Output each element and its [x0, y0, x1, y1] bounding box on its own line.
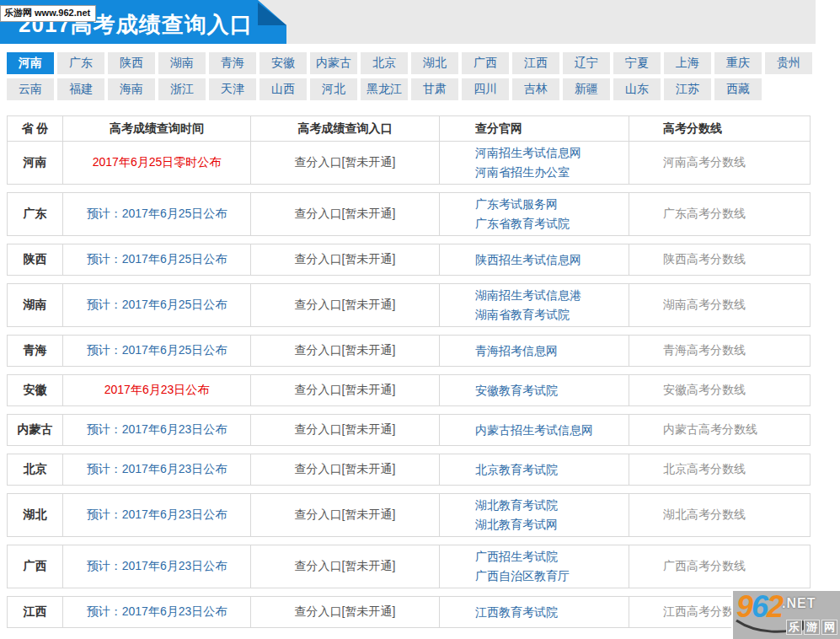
province-tab[interactable]: 江苏: [664, 78, 711, 100]
query-entry-text: 查分入口[暂未开通]: [250, 545, 439, 588]
official-site-link[interactable]: 安徽教育考试院: [475, 381, 558, 400]
province-tab[interactable]: 浙江: [158, 78, 206, 100]
query-time-text: 预计：2017年6月23日公布: [62, 415, 250, 445]
province-label: 江西: [8, 597, 62, 627]
score-line-text: 河南高考分数线: [629, 142, 810, 184]
query-time-text: 预计：2017年6月23日公布: [62, 597, 250, 627]
official-site-link[interactable]: 湖南省教育考试院: [475, 305, 570, 325]
column-header: 高考分数线: [629, 116, 810, 141]
province-tab[interactable]: 吉林: [512, 78, 559, 100]
column-header: 省 份: [8, 116, 62, 141]
province-tab[interactable]: 山东: [613, 78, 661, 100]
official-site-link[interactable]: 湖北教育考试网: [475, 515, 558, 534]
province-tab[interactable]: 山西: [259, 78, 307, 100]
official-site-link[interactable]: 青海招考信息网: [475, 341, 558, 361]
province-tab[interactable]: 云南: [7, 78, 54, 100]
official-site-link[interactable]: 广东考试服务网: [475, 195, 558, 214]
official-site-links: 广西招生考试院广西自治区教育厅: [439, 545, 629, 588]
province-tab[interactable]: 海南: [108, 78, 155, 100]
province-tab[interactable]: 江西: [512, 52, 559, 74]
table-row: 江西预计：2017年6月23日公布查分入口[暂未开通]江西教育考试院江西高考分数…: [7, 596, 811, 628]
official-site-links: 北京教育考试院: [439, 454, 629, 485]
province-tab[interactable]: 新疆: [563, 78, 610, 100]
official-site-link[interactable]: 广东省教育考试院: [475, 214, 570, 234]
province-tab[interactable]: 贵州: [765, 52, 812, 74]
query-entry-text: 查分入口[暂未开通]: [250, 284, 439, 326]
query-entry-text: 查分入口[暂未开通]: [250, 375, 439, 405]
official-site-links: 河南招生考试信息网河南省招生办公室: [439, 142, 629, 184]
table-row: 广东预计：2017年6月25日公布查分入口[暂未开通]广东考试服务网广东省教育考…: [7, 192, 811, 236]
official-site-link[interactable]: 广西招生考试院: [475, 547, 558, 567]
table-row: 安徽2017年6月23日公布查分入口[暂未开通]安徽教育考试院安徽高考分数线: [7, 374, 811, 406]
province-tab[interactable]: 四川: [462, 78, 509, 100]
official-site-link[interactable]: 北京教育考试院: [475, 460, 558, 480]
province-tabs: 河南广东陕西湖南青海安徽内蒙古北京湖北广西江西辽宁宁夏上海重庆贵州云南福建海南浙…: [7, 52, 832, 105]
query-time-text: 预计：2017年6月25日公布: [62, 193, 250, 235]
province-tab[interactable]: 天津: [209, 78, 256, 100]
logo-net-label: .NET: [782, 596, 816, 611]
province-tab[interactable]: 福建: [57, 78, 104, 100]
top-band: 2017高考成绩查询入口 乐游网 www.962.net: [0, 0, 816, 44]
query-entry-text: 查分入口[暂未开通]: [250, 494, 439, 536]
query-time-text: 预计：2017年6月23日公布: [62, 494, 250, 536]
table-row: 内蒙古预计：2017年6月23日公布查分入口[暂未开通]内蒙古招生考试信息网内蒙…: [7, 414, 811, 446]
official-site-links: 江西教育考试院: [439, 597, 629, 627]
query-time-text: 预计：2017年6月23日公布: [62, 454, 250, 485]
province-tab[interactable]: 河北: [310, 78, 357, 100]
query-time-text: 预计：2017年6月25日公布: [62, 284, 250, 326]
logo-site-name: 乐游网: [784, 620, 837, 635]
site-watermark: 乐游网 www.962.net: [0, 5, 96, 22]
province-tab[interactable]: 甘肃: [411, 78, 458, 100]
official-site-link[interactable]: 河南招生考试信息网: [475, 143, 581, 163]
province-tab[interactable]: 黑龙江: [361, 78, 408, 100]
official-site-links: 陕西招生考试信息网: [439, 244, 629, 275]
province-tab[interactable]: 上海: [664, 52, 711, 74]
province-label: 青海: [8, 336, 62, 366]
official-site-link[interactable]: 内蒙古招生考试信息网: [475, 421, 593, 440]
table-row: 湖北预计：2017年6月23日公布查分入口[暂未开通]湖北教育考试院湖北教育考试…: [7, 493, 811, 537]
official-site-links: 广东考试服务网广东省教育考试院: [439, 193, 629, 235]
score-line-text: 广西高考分数线: [629, 545, 810, 588]
query-time-text: 2017年6月25日零时公布: [62, 142, 250, 184]
province-tab[interactable]: 内蒙古: [310, 52, 357, 74]
column-header: 高考成绩查询时间: [62, 116, 250, 141]
official-site-links: 青海招考信息网: [439, 336, 629, 366]
query-time-text: 预计：2017年6月25日公布: [62, 336, 250, 366]
query-time-text: 预计：2017年6月25日公布: [62, 244, 250, 275]
province-tab[interactable]: 辽宁: [563, 52, 610, 74]
province-tab[interactable]: 北京: [361, 52, 408, 74]
official-site-links: 湖北教育考试院湖北教育考试网: [439, 494, 629, 536]
official-site-links: 内蒙古招生考试信息网: [439, 415, 629, 445]
tab-row: 河南广东陕西湖南青海安徽内蒙古北京湖北广西江西辽宁宁夏上海重庆贵州: [7, 52, 832, 74]
table-row: 湖南预计：2017年6月25日公布查分入口[暂未开通]湖南招生考试信息港湖南省教…: [7, 283, 811, 327]
official-site-link[interactable]: 广西自治区教育厅: [475, 567, 570, 586]
score-line-text: 陕西高考分数线: [629, 244, 810, 275]
province-label: 广西: [8, 545, 62, 588]
official-site-link[interactable]: 江西教育考试院: [475, 603, 558, 622]
official-site-link[interactable]: 湖南招生考试信息港: [475, 286, 581, 305]
province-tab[interactable]: 湖北: [411, 52, 458, 74]
official-site-links: 安徽教育考试院: [439, 375, 629, 405]
province-tab[interactable]: 广东: [57, 52, 104, 74]
query-entry-text: 查分入口[暂未开通]: [250, 244, 439, 275]
province-tab[interactable]: 安徽: [259, 52, 307, 74]
province-tab[interactable]: 重庆: [714, 52, 762, 74]
table-row: 河南2017年6月25日零时公布查分入口[暂未开通]河南招生考试信息网河南省招生…: [7, 141, 811, 185]
score-line-text: 广东高考分数线: [629, 193, 810, 235]
query-entry-text: 查分入口[暂未开通]: [250, 336, 439, 366]
official-site-link[interactable]: 陕西招生考试信息网: [475, 250, 581, 270]
column-header: 高考成绩查询入口: [250, 116, 439, 141]
official-site-link[interactable]: 河南省招生办公室: [475, 163, 570, 182]
official-site-link[interactable]: 湖北教育考试院: [475, 496, 558, 515]
province-label: 湖南: [8, 284, 62, 326]
province-tab[interactable]: 广西: [462, 52, 509, 74]
province-tab[interactable]: 河南: [7, 52, 54, 74]
province-label: 陕西: [8, 244, 62, 275]
province-tab[interactable]: 青海: [209, 52, 256, 74]
query-entry-text: 查分入口[暂未开通]: [250, 415, 439, 445]
province-tab[interactable]: 西藏: [714, 78, 762, 100]
province-tab[interactable]: 湖南: [158, 52, 206, 74]
province-tab[interactable]: 陕西: [108, 52, 155, 74]
score-line-text: 内蒙古高考分数线: [629, 415, 810, 445]
province-tab[interactable]: 宁夏: [613, 52, 661, 74]
